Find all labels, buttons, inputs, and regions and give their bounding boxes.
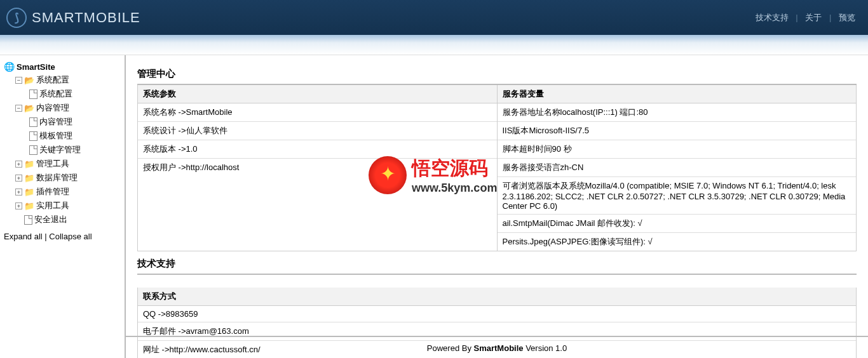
params-table: 系统参数 系统名称 ->SmartMobile系统设计 ->仙人掌软件系统版本 … [137, 85, 857, 251]
param-row: 系统版本 ->1.0 [138, 140, 497, 159]
tree-node-6[interactable]: 安全退出 [4, 213, 121, 227]
expander-icon[interactable]: + [15, 161, 22, 168]
footer: Powered By SmartMobile Version 1.0 [126, 336, 868, 353]
panel-title-support: 技术支持 [137, 251, 857, 275]
col-header-server: 服务器变量 [498, 85, 857, 103]
separator: | [829, 13, 831, 22]
page-icon [24, 215, 32, 225]
param-row: 系统设计 ->仙人掌软件 [138, 122, 497, 140]
param-row: 服务器地址名称localhost(IP:::1) 端口:80 [498, 103, 857, 122]
tree-node-0[interactable]: −📂系统配置 [4, 73, 121, 87]
brand: ⟆ SMARTMOBILE [6, 8, 140, 28]
tree-leaf[interactable]: 内容管理 [4, 115, 121, 129]
folder-icon: 📂 [24, 103, 34, 113]
folder-icon: 📁 [24, 173, 34, 183]
tree-node-3[interactable]: +📁数据库管理 [4, 171, 121, 185]
sidebar: 🌐 SmartSite −📂系统配置系统配置−📂内容管理内容管理模板管理关键字管… [0, 55, 126, 358]
param-row: 系统名称 ->SmartMobile [138, 103, 497, 122]
sub-header [0, 35, 868, 55]
tree-label: 实用工具 [36, 200, 69, 211]
expander-icon[interactable]: + [15, 202, 22, 209]
page-icon [29, 131, 37, 141]
logo-icon: ⟆ [6, 8, 27, 28]
main-content: 管理中心 系统参数 系统名称 ->SmartMobile系统设计 ->仙人掌软件… [126, 55, 868, 358]
link-preview[interactable]: 预览 [839, 13, 855, 22]
param-row: 脚本超时时间90 秒 [498, 140, 857, 159]
link-about[interactable]: 关于 [805, 13, 822, 22]
expand-all-link[interactable]: Expand all [4, 232, 43, 241]
tree-controls: Expand all | Collapse all [4, 232, 121, 241]
tree-label: 安全退出 [34, 214, 67, 225]
expander-icon[interactable]: − [15, 105, 22, 112]
folder-icon: 📁 [24, 159, 34, 169]
tree-node-2[interactable]: +📁管理工具 [4, 157, 121, 171]
app-header: ⟆ SMARTMOBILE 技术支持 | 关于 | 预览 [0, 0, 868, 35]
collapse-all-link[interactable]: Collapse all [49, 232, 92, 241]
tree-leaf[interactable]: 关键字管理 [4, 143, 121, 157]
page-icon [29, 145, 37, 155]
param-row: QQ ->8983659 [138, 306, 856, 322]
tree-label: 内容管理 [36, 102, 69, 114]
expander-icon[interactable]: − [15, 77, 22, 84]
brand-text: SMARTMOBILE [32, 10, 140, 26]
param-row: IIS版本Microsoft-IIS/7.5 [498, 122, 857, 140]
globe-icon: 🌐 [4, 62, 15, 72]
tree-leaf[interactable]: 系统配置 [4, 87, 121, 101]
page-icon [29, 117, 37, 127]
tree-node-4[interactable]: +📁插件管理 [4, 185, 121, 199]
tree-root-node[interactable]: 🌐 SmartSite [4, 60, 121, 73]
tree-label: 系统配置 [39, 88, 72, 100]
tree-label: 模板管理 [39, 130, 72, 142]
tree-label: 系统配置 [36, 74, 69, 86]
panel-title-management: 管理中心 [137, 62, 857, 85]
folder-icon: 📁 [24, 187, 34, 197]
folder-icon: 📁 [24, 201, 34, 211]
tree-leaf[interactable]: 模板管理 [4, 129, 121, 143]
param-row: Persits.Jpeg(ASPJPEG:图像读写组件): √ [498, 233, 857, 251]
tree-label: 管理工具 [36, 158, 69, 169]
contact-header: 联系方式 [138, 288, 856, 306]
tree-label: 数据库管理 [36, 172, 78, 183]
tree-node-5[interactable]: +📁实用工具 [4, 199, 121, 213]
folder-icon: 📂 [24, 76, 34, 85]
expander-icon[interactable]: + [15, 189, 22, 196]
param-row: 服务器接受语言zh-CN [498, 159, 857, 177]
tree-label: 关键字管理 [39, 144, 81, 156]
tree-node-1[interactable]: −📂内容管理 [4, 101, 121, 115]
param-row: ail.SmtpMail(Dimac JMail 邮件收发): √ [498, 215, 857, 233]
footer-name: SmartMobile [474, 343, 524, 353]
tree-label: 插件管理 [36, 186, 69, 197]
header-links: 技术支持 | 关于 | 预览 [756, 12, 855, 23]
page-icon [29, 90, 37, 99]
param-row: 授权用户 ->http://localhost [138, 159, 497, 176]
expander-icon[interactable]: + [15, 175, 22, 182]
tree-root-label: SmartSite [17, 62, 55, 72]
param-row: 可者浏览器版本及系统Mozilla/4.0 (compatible; MSIE … [498, 177, 857, 215]
tree-label: 内容管理 [39, 116, 72, 128]
link-support[interactable]: 技术支持 [756, 13, 789, 22]
separator: | [796, 13, 797, 22]
col-header-system: 系统参数 [138, 85, 497, 103]
